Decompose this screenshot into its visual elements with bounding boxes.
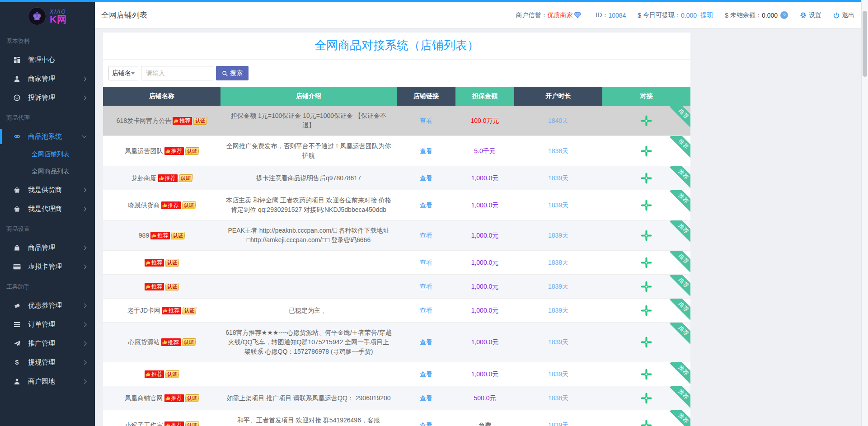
shop-link-cell: 查看: [397, 362, 455, 386]
handshake-icon: [13, 133, 21, 140]
connect-icon[interactable]: [640, 145, 652, 157]
connect-icon[interactable]: [640, 281, 652, 293]
search-bar: 店铺名 搜索: [103, 60, 690, 87]
certified-badge: 认证: [182, 307, 197, 314]
recommend-badge: 推荐: [173, 117, 192, 125]
shop-name-cell: 老于JD卡网推荐认证: [103, 299, 221, 322]
sidebar-item-virtual-card-mgmt[interactable]: 虚拟卡管理: [0, 257, 95, 276]
grid-icon: [13, 56, 21, 63]
dock-cell: [602, 410, 690, 426]
sidebar-item-coupon-mgmt[interactable]: 优惠券管理: [0, 296, 95, 315]
list-icon: [13, 322, 21, 328]
connect-icon[interactable]: [640, 336, 652, 348]
account-age-cell: 1838天: [514, 136, 602, 166]
certified-badge: 认证: [171, 232, 185, 239]
sidebar-item-supplier[interactable]: 我是供货商: [0, 180, 95, 199]
connect-icon[interactable]: [640, 368, 652, 380]
withdrawable-label: 今日可提现：: [643, 11, 681, 19]
view-link[interactable]: 查看: [420, 116, 432, 126]
shop-name-cell: 小猴子工作室推荐认证: [103, 410, 221, 426]
shop-desc-cell: 本店主卖 和评金鹰 王者农药的项目 欢迎各位前来对接 价格肯定到位 qq:293…: [221, 190, 397, 220]
withdrawable-value: 0.000: [681, 12, 697, 19]
view-link[interactable]: 查看: [420, 370, 432, 379]
connect-icon[interactable]: [640, 419, 652, 426]
sidebar-item-merchant-mgmt[interactable]: 商家管理: [0, 69, 95, 88]
view-link[interactable]: 查看: [420, 337, 432, 347]
table-row: 龙虾商厦推荐认证提卡注意看商品说明售后q978078617查看1,000.0元1…: [103, 166, 690, 190]
logo-text-kwang: K网: [50, 14, 67, 24]
chevron-right-icon: [82, 379, 87, 384]
sidebar-item-product-mgmt[interactable]: 商品管理: [0, 238, 95, 257]
help-icon[interactable]: ?: [780, 11, 788, 19]
connect-icon[interactable]: [640, 199, 652, 211]
logo-king-icon: ♚: [28, 7, 46, 25]
deposit-amount-cell: 1,000.0元: [455, 299, 514, 322]
search-input[interactable]: [141, 66, 213, 80]
view-link[interactable]: 查看: [420, 258, 432, 267]
sidebar-item-complaint-mgmt[interactable]: 投诉管理: [0, 88, 95, 107]
sidebar-item-promotion-mgmt[interactable]: 推广管理: [0, 334, 95, 353]
settings-button[interactable]: 设置: [800, 11, 821, 19]
chevron-right-icon: [82, 187, 87, 192]
ticket-icon: [13, 302, 21, 309]
send-icon: [13, 340, 21, 347]
search-icon: [222, 70, 228, 76]
sidebar-item-label: 订单管理: [28, 320, 55, 329]
search-button-label: 搜索: [230, 69, 243, 77]
sidebar-item-merchant-garden[interactable]: 商户园地: [0, 372, 95, 391]
chevron-right-icon: [82, 206, 87, 211]
shop-name: 老于JD卡网: [127, 306, 160, 315]
sidebar-section-label: 商品设置: [0, 218, 95, 238]
vertical-scrollbar[interactable]: [861, 0, 868, 426]
sidebar-item-product-pool[interactable]: 商品池系统: [0, 127, 95, 146]
view-link[interactable]: 查看: [420, 146, 432, 156]
connect-icon[interactable]: [640, 304, 652, 317]
sidebar-item-admin-center[interactable]: 管理中心: [0, 50, 95, 69]
view-link[interactable]: 查看: [420, 201, 432, 210]
sidebar-item-label: 虚拟卡管理: [28, 262, 62, 271]
certified-badge: 认证: [185, 394, 199, 402]
shop-name-cell: 凤凰运营团队推荐认证: [103, 136, 221, 166]
view-link[interactable]: 查看: [420, 231, 432, 240]
shop-desc-cell: 提卡注意看商品说明售后q978078617: [221, 166, 397, 190]
sidebar-item-label: 推广管理: [28, 339, 55, 348]
view-link[interactable]: 查看: [420, 393, 432, 403]
column-header: 店铺名称: [103, 87, 221, 106]
sidebar-item-agent[interactable]: 我是代理商: [0, 199, 95, 218]
user-icon: [13, 75, 21, 82]
connect-icon[interactable]: [640, 172, 652, 184]
view-link[interactable]: 查看: [420, 173, 432, 183]
view-link[interactable]: 查看: [420, 421, 432, 426]
search-field-select[interactable]: 店铺名: [108, 66, 138, 80]
search-button[interactable]: 搜索: [216, 66, 249, 80]
scrollbar-thumb[interactable]: [863, 11, 867, 77]
connect-icon[interactable]: [640, 229, 652, 242]
view-link[interactable]: 查看: [420, 282, 432, 291]
deposit-amount-cell: 1,000.0元: [455, 251, 514, 274]
connect-icon[interactable]: [640, 257, 652, 269]
reputation-label: 商户信誉：: [516, 11, 547, 19]
sidebar-subitem[interactable]: 全网店铺列表: [0, 146, 95, 163]
shop-name-cell: 989推荐认证: [103, 220, 221, 250]
sidebar-item-order-mgmt[interactable]: 订单管理: [0, 315, 95, 334]
column-header: 店铺链接: [397, 87, 455, 106]
certified-badge: 认证: [165, 370, 179, 378]
unsettled-value: 0.000: [762, 12, 778, 19]
chevron-right-icon: [82, 322, 87, 327]
logout-button[interactable]: 退出: [833, 11, 854, 19]
sidebar-subitem[interactable]: 全网商品列表: [0, 163, 95, 180]
sidebar-item-withdraw-mgmt[interactable]: $提现管理: [0, 353, 95, 372]
shop-table: 店铺名称店铺介绍店铺链接担保金额开户时长对接 618发卡网官方公告推荐认证担保金…: [103, 87, 690, 426]
recommend-badge: 推荐: [150, 232, 170, 239]
account-age-cell: 1839天: [514, 323, 602, 362]
connect-icon[interactable]: [640, 392, 652, 404]
recommend-badge: 推荐: [145, 370, 164, 378]
connect-icon[interactable]: [640, 115, 652, 127]
page-title: 全网店铺列表: [101, 10, 147, 20]
withdraw-link[interactable]: 提现: [700, 11, 713, 19]
shop-desc-cell: [221, 251, 397, 274]
deposit-amount-cell: 1,000.0元: [455, 166, 514, 190]
main-title: 全网商品对接系统（店铺列表）: [103, 33, 690, 60]
diamond-icon: [574, 12, 582, 19]
view-link[interactable]: 查看: [420, 306, 432, 315]
